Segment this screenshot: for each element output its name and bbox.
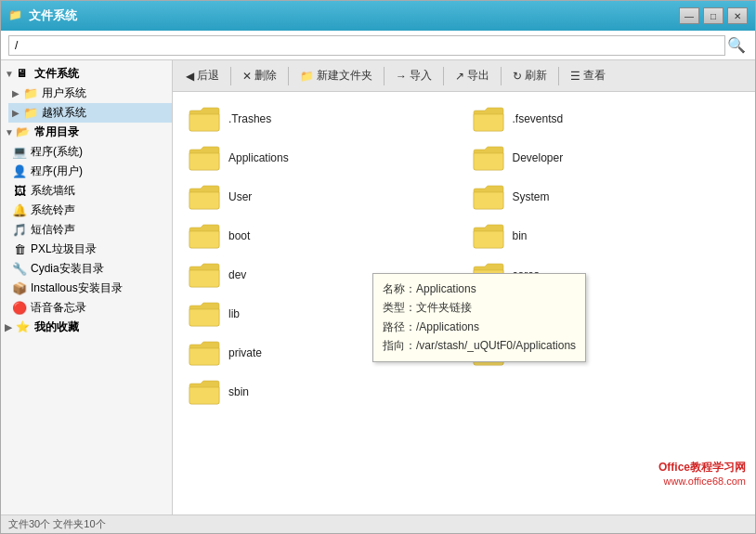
export-button[interactable]: ↗ 导出 <box>450 65 495 86</box>
view-button[interactable]: ☰ 查看 <box>565 65 611 86</box>
list-item[interactable]: sbin <box>180 372 464 411</box>
folder-icon <box>472 144 505 172</box>
search-button[interactable]: 🔍 <box>725 35 748 56</box>
voice-memo-icon: 🔴 <box>12 301 27 316</box>
view-label: 查看 <box>583 68 606 84</box>
import-button[interactable]: → 导入 <box>390 65 437 86</box>
folder-icon <box>188 183 221 211</box>
wallpaper-icon: 🖼 <box>12 184 27 199</box>
folder-icon <box>472 183 505 211</box>
list-item[interactable]: System <box>464 177 749 216</box>
import-label: 导入 <box>410 68 432 84</box>
pxl-trash-icon: 🗑 <box>12 242 27 257</box>
pxl-trash-label: PXL垃圾目录 <box>31 241 97 257</box>
close-button[interactable]: ✕ <box>727 7 748 24</box>
addressbar: 🔍 <box>1 31 755 60</box>
file-name: System <box>513 190 550 203</box>
ringtone-label: 系统铃声 <box>31 202 75 218</box>
list-item[interactable]: .Trashes <box>180 99 464 138</box>
sidebar-item-pxl-trash[interactable]: 🗑 PXL垃圾目录 <box>8 240 172 259</box>
list-item[interactable]: Developer <box>464 138 749 177</box>
delete-button[interactable]: ✕ 删除 <box>237 65 282 86</box>
list-item[interactable]: Applications <box>180 138 464 177</box>
sidebar-item-wallpaper[interactable]: 🖼 系统墙纸 <box>8 181 172 201</box>
sidebar-item-ringtone[interactable]: 🔔 系统铃声 <box>8 201 172 220</box>
filesystem-root[interactable]: ▼ 🖥 文件系统 <box>1 64 172 84</box>
installous-icon: 📦 <box>12 281 27 296</box>
folder-icon <box>188 300 221 328</box>
sidebar: ▼ 🖥 文件系统 ▶ 📁 用户系统 ▶ 📁 越狱系统 ▼ 📂 <box>1 60 173 514</box>
new-folder-label: 新建文件夹 <box>317 68 372 84</box>
folder-icon <box>188 339 221 367</box>
new-folder-icon: 📁 <box>300 70 314 83</box>
expand-icon-fav: ▶ <box>5 322 16 332</box>
common-dirs-header[interactable]: ▼ 📂 常用目录 <box>1 123 172 142</box>
tooltip-target-value: /var/stash/_uQUtF0/Applications <box>416 339 576 352</box>
view-icon: ☰ <box>570 70 580 83</box>
sidebar-item-sys-apps[interactable]: 💻 程序(系统) <box>8 142 172 162</box>
tooltip-name-row: 名称：Applications <box>383 280 576 298</box>
refresh-label: 刷新 <box>525 68 547 84</box>
new-folder-button[interactable]: 📁 新建文件夹 <box>294 65 378 86</box>
voice-memo-label: 语音备忘录 <box>31 300 86 316</box>
file-grid: .Trashes .fseventsd <box>180 99 748 411</box>
delete-icon: ✕ <box>242 70 252 83</box>
favorites-label: 我的收藏 <box>34 319 79 335</box>
import-icon: → <box>396 70 407 83</box>
sidebar-item-sms-tone[interactable]: 🎵 短信铃声 <box>8 220 172 240</box>
sidebar-item-voice-memo[interactable]: 🔴 语音备忘录 <box>8 298 172 318</box>
folder-icon-jail: 📁 <box>23 106 38 121</box>
back-icon: ◀ <box>186 70 194 83</box>
file-name: private <box>228 346 262 359</box>
maximize-button[interactable]: □ <box>703 7 723 24</box>
list-item[interactable]: User <box>180 177 464 216</box>
right-panel: ◀ 后退 ✕ 删除 📁 新建文件夹 → 导入 <box>173 60 755 514</box>
tooltip-name-label: 名称： <box>383 282 416 295</box>
file-name: Developer <box>513 151 564 164</box>
sidebar-item-jail-system[interactable]: ▶ 📁 越狱系统 <box>8 103 172 123</box>
cydia-label: Cydia安装目录 <box>31 261 104 277</box>
tooltip-type-value: 文件夹链接 <box>416 301 472 314</box>
favorites-header[interactable]: ▶ ⭐ 我的收藏 <box>1 318 172 337</box>
back-button[interactable]: ◀ 后退 <box>180 65 225 86</box>
file-name: lib <box>228 307 240 320</box>
ringtone-icon: 🔔 <box>12 203 27 218</box>
sms-tone-label: 短信铃声 <box>31 222 75 238</box>
folder-icon-user: 📁 <box>23 86 38 101</box>
refresh-icon: ↻ <box>513 70 522 83</box>
window-title: 文件系统 <box>29 7 679 24</box>
list-item[interactable]: boot <box>180 216 464 255</box>
watermark-line1: Office教程学习网 <box>658 460 746 475</box>
file-name: dev <box>228 268 246 281</box>
expand-icon-user: ▶ <box>12 88 23 98</box>
folder-icon <box>188 378 221 406</box>
user-apps-icon: 👤 <box>12 164 27 179</box>
file-name: bin <box>513 229 528 242</box>
export-label: 导出 <box>467 68 489 84</box>
sep5 <box>501 67 502 85</box>
sys-apps-icon: 💻 <box>12 145 27 160</box>
filesystem-children: ▶ 📁 用户系统 ▶ 📁 越狱系统 <box>1 84 172 123</box>
common-icon: 📂 <box>16 125 31 140</box>
export-icon: ↗ <box>455 70 464 83</box>
sms-tone-icon: 🎵 <box>12 223 27 238</box>
star-icon: ⭐ <box>16 320 31 335</box>
minimize-button[interactable]: — <box>679 7 699 24</box>
sidebar-item-user-system[interactable]: ▶ 📁 用户系统 <box>8 84 172 103</box>
refresh-button[interactable]: ↻ 刷新 <box>507 65 553 86</box>
tooltip-name-value: Applications <box>416 282 476 295</box>
installous-label: Installous安装目录 <box>31 280 123 296</box>
folder-icon <box>188 222 221 250</box>
list-item[interactable]: bin <box>464 216 749 255</box>
common-dirs-label: 常用目录 <box>34 124 79 140</box>
filesystem-label: 文件系统 <box>34 66 79 82</box>
path-input[interactable] <box>8 35 725 56</box>
sidebar-item-installous[interactable]: 📦 Installous安装目录 <box>8 279 172 298</box>
file-name: User <box>228 190 252 203</box>
file-content: .Trashes .fseventsd <box>173 92 755 514</box>
hdd-icon: 🖥 <box>16 67 31 82</box>
tooltip-target-label: 指向： <box>383 339 416 352</box>
sidebar-item-cydia[interactable]: 🔧 Cydia安装目录 <box>8 259 172 279</box>
sidebar-item-user-apps[interactable]: 👤 程序(用户) <box>8 162 172 181</box>
list-item[interactable]: .fseventsd <box>464 99 749 138</box>
